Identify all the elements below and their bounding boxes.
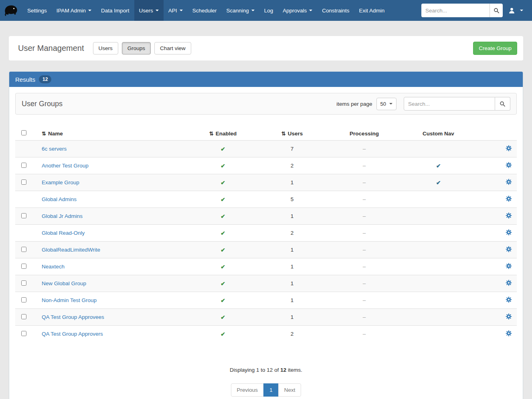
enabled-check-icon: ✔ <box>220 297 225 304</box>
row-checkbox[interactable] <box>21 297 26 302</box>
gear-icon[interactable] <box>506 313 512 321</box>
users-count: 2 <box>257 225 327 242</box>
column-header-enabled[interactable]: ⇅Enabled <box>189 127 257 141</box>
nav-item-constraints[interactable]: Constraints <box>317 0 354 21</box>
processing-dash-icon: – <box>327 157 401 174</box>
nav-item-scanning[interactable]: Scanning <box>221 0 259 21</box>
table-row: QA Test Group Approvers ✔ 2 – <box>15 326 517 343</box>
column-header-name[interactable]: ⇅Name <box>38 127 189 141</box>
create-group-button[interactable]: Create Group <box>473 42 517 55</box>
tab-users[interactable]: Users <box>93 42 118 54</box>
gear-icon[interactable] <box>506 246 512 254</box>
row-checkbox[interactable] <box>21 331 26 336</box>
user-management-header: User Management UsersGroupsChart view Cr… <box>9 36 523 60</box>
nav-item-exit-admin[interactable]: Exit Admin <box>354 0 390 21</box>
nav-item-scheduler[interactable]: Scheduler <box>188 0 222 21</box>
gear-icon[interactable] <box>506 162 512 169</box>
table-row: Example Group ✔ 1 – ✔ <box>15 174 517 191</box>
row-checkbox[interactable] <box>21 179 26 185</box>
pagination-next[interactable]: Next <box>278 383 301 397</box>
enabled-check-icon: ✔ <box>220 314 225 320</box>
select-all-checkbox[interactable] <box>21 130 26 135</box>
enabled-check-icon: ✔ <box>220 163 225 169</box>
user-icon <box>508 7 515 14</box>
caret-down-icon <box>251 10 255 11</box>
pagination-previous[interactable]: Previous <box>231 383 264 397</box>
users-count: 2 <box>257 326 327 343</box>
group-name-link[interactable]: New Global Group <box>42 280 86 286</box>
column-header-users[interactable]: ⇅Users <box>257 127 327 141</box>
nav-item-users[interactable]: Users <box>134 0 164 21</box>
users-count: 1 <box>257 292 327 309</box>
row-checkbox[interactable] <box>21 247 26 252</box>
group-name-link[interactable]: Non-Admin Test Group <box>42 297 97 303</box>
table-search-button[interactable] <box>495 97 510 111</box>
enabled-check-icon: ✔ <box>220 230 225 236</box>
nav-item-data-import[interactable]: Data Import <box>96 0 134 21</box>
gear-icon[interactable] <box>506 229 512 237</box>
processing-dash-icon: – <box>327 258 401 275</box>
caret-down-icon <box>520 10 523 11</box>
view-tabs: UsersGroupsChart view <box>93 42 195 54</box>
nav-item-ipam-admin[interactable]: IPAM Admin <box>52 0 96 21</box>
column-header-custom-nav: Custom Nav <box>401 127 475 141</box>
row-checkbox[interactable] <box>21 213 26 218</box>
navbar-search-input[interactable] <box>421 4 490 17</box>
nav-item-approvals[interactable]: Approvals <box>278 0 317 21</box>
items-per-page-select[interactable]: 50 <box>376 98 396 110</box>
group-name-link[interactable]: GlobalReadLimitedWrite <box>42 247 100 253</box>
gear-icon[interactable] <box>506 195 512 203</box>
table-search-input[interactable] <box>404 97 495 111</box>
nav-item-label: API <box>168 8 177 14</box>
tab-chart-view[interactable]: Chart view <box>154 42 191 54</box>
gear-icon[interactable] <box>506 280 512 287</box>
gear-icon[interactable] <box>506 296 512 304</box>
group-name-link[interactable]: Example Group <box>42 179 79 185</box>
users-count: 5 <box>257 191 327 208</box>
group-name-link[interactable]: QA Test Group Approvers <box>42 331 103 337</box>
nav-item-label: Data Import <box>101 8 129 14</box>
group-name-link[interactable]: Another Test Group <box>42 163 89 169</box>
group-table-body: 6c servers ✔ 7 – Another Test G <box>15 141 517 343</box>
processing-dash-icon: – <box>327 141 401 157</box>
gear-icon[interactable] <box>506 263 512 270</box>
results-count-badge: 12 <box>39 75 51 83</box>
nav-item-log[interactable]: Log <box>259 0 278 21</box>
group-name-link[interactable]: Global Admins <box>42 196 77 202</box>
nav-item-settings[interactable]: Settings <box>22 0 52 21</box>
gear-icon[interactable] <box>506 145 512 153</box>
enabled-check-icon: ✔ <box>220 213 225 220</box>
group-name-link[interactable]: Neaxtech <box>42 264 65 270</box>
processing-dash-icon: – <box>327 275 401 292</box>
gear-icon[interactable] <box>506 179 512 186</box>
group-name-link[interactable]: Global Jr Admins <box>42 213 83 219</box>
gear-icon[interactable] <box>506 212 512 220</box>
row-checkbox[interactable] <box>21 163 26 168</box>
app-logo[interactable] <box>0 0 22 21</box>
table-row: Another Test Group ✔ 2 – ✔ <box>15 157 517 174</box>
gear-icon[interactable] <box>506 330 512 338</box>
navbar-search-button[interactable] <box>490 4 503 17</box>
table-row: 6c servers ✔ 7 – <box>15 141 517 157</box>
group-name-link[interactable]: QA Test Group Approvees <box>42 314 104 320</box>
group-name-link[interactable]: Global Read-Only <box>42 230 85 236</box>
nav-item-api[interactable]: API <box>164 0 188 21</box>
group-name-link[interactable]: 6c servers <box>42 146 67 152</box>
enabled-check-icon: ✔ <box>220 247 225 253</box>
table-search <box>404 97 510 111</box>
results-panel: Results 12 User Groups items per page 50 <box>9 71 523 399</box>
row-checkbox[interactable] <box>21 314 26 319</box>
tab-groups[interactable]: Groups <box>122 42 151 54</box>
results-summary: Displaying 1 to 12 of 12 items. <box>15 367 517 373</box>
user-menu[interactable] <box>508 7 523 14</box>
users-count: 1 <box>257 242 327 258</box>
results-title: Results <box>15 76 35 83</box>
results-header: Results 12 <box>9 72 523 87</box>
processing-dash-icon: – <box>327 174 401 191</box>
column-header-processing: Processing <box>327 127 401 141</box>
table-row: Non-Admin Test Group ✔ 1 – <box>15 292 517 309</box>
pagination-page-1[interactable]: 1 <box>263 383 279 397</box>
row-checkbox[interactable] <box>21 264 26 269</box>
table-row: Global Admins ✔ 5 – <box>15 191 517 208</box>
row-checkbox[interactable] <box>21 280 26 286</box>
